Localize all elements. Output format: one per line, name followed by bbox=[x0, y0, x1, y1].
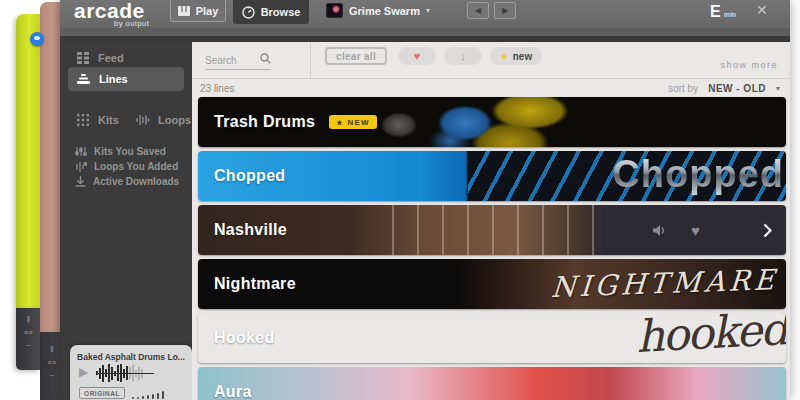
download-icon bbox=[75, 176, 86, 187]
background-strip-controls-green: ⫴ « » ~ bbox=[16, 308, 40, 370]
sidebar-item-label: Active Downloads bbox=[93, 176, 179, 187]
show-more-link[interactable]: show more bbox=[720, 60, 778, 70]
heart-icon: ♥ bbox=[414, 50, 421, 62]
mini-player: Baked Asphalt Drums Lo... ▶ ORIGINAL bbox=[70, 345, 192, 400]
stereo-width-icon: « » bbox=[47, 359, 55, 367]
preview-speaker-icon[interactable] bbox=[653, 224, 668, 237]
line-name: Aura bbox=[214, 383, 252, 400]
key-display: E min bbox=[710, 3, 736, 21]
search-field-wrap bbox=[205, 50, 271, 70]
feed-icon bbox=[77, 52, 89, 64]
search-icon bbox=[260, 53, 271, 64]
filter-new-button[interactable]: ★ new bbox=[490, 47, 542, 65]
stereo-width-icon: « » bbox=[24, 329, 32, 337]
preset-next-button[interactable]: ▶ bbox=[494, 2, 516, 19]
tab-play-label: Play bbox=[196, 5, 219, 17]
new-badge-label: NEW bbox=[348, 118, 370, 127]
key-mode: min bbox=[724, 11, 736, 18]
sidebar-item-kits[interactable]: Kits bbox=[77, 114, 119, 126]
faders-icon: ⫴ bbox=[50, 346, 52, 354]
tab-browse-label: Browse bbox=[261, 6, 301, 18]
sidebar-item-active-downloads[interactable]: Active Downloads bbox=[75, 176, 179, 187]
filter-divider bbox=[310, 42, 311, 78]
line-row-nashville[interactable]: Nashville ♥ bbox=[198, 205, 786, 255]
line-name: Chopped bbox=[214, 167, 285, 185]
sort-control[interactable]: sort by NEW - OLD ▾ bbox=[668, 83, 780, 94]
line-art-text: NIGHTMARE bbox=[549, 263, 779, 304]
intensity-steps[interactable] bbox=[132, 387, 186, 399]
saved-kits-icon bbox=[75, 146, 87, 157]
line-name: Nightmare bbox=[214, 275, 296, 293]
sidebar-item-label: Kits You Saved bbox=[94, 146, 166, 157]
key-note: E bbox=[710, 3, 721, 21]
new-badge: ★ NEW bbox=[329, 115, 377, 129]
arcade-window: arcade by output Play Browse Grime Swarm… bbox=[60, 0, 790, 400]
sidebar-item-loops[interactable]: Loops bbox=[136, 114, 191, 126]
line-row-nightmare[interactable]: Nightmare NIGHTMARE bbox=[198, 259, 786, 309]
lines-icon bbox=[77, 74, 90, 85]
original-mode-button[interactable]: ORIGINAL bbox=[79, 387, 125, 399]
play-button[interactable]: ▶ bbox=[79, 365, 88, 379]
sidebar-item-lines[interactable]: Lines bbox=[68, 67, 184, 91]
logo-subtext: by output bbox=[114, 19, 149, 28]
loops-waveform-icon bbox=[136, 114, 149, 126]
tab-browse[interactable]: Browse bbox=[233, 0, 309, 24]
preset-thumbnail bbox=[326, 3, 343, 18]
browse-sidebar: Feed Lines Kits Loops Kits You Saved Loo bbox=[60, 42, 192, 400]
filter-downloaded-button[interactable]: ↓ bbox=[444, 47, 482, 65]
star-icon: ★ bbox=[336, 119, 343, 127]
prev-icon: ◀ bbox=[475, 6, 481, 15]
favorite-heart-icon[interactable]: ♥ bbox=[691, 222, 700, 239]
next-icon: ▶ bbox=[502, 6, 508, 15]
line-name: Hooked bbox=[214, 329, 274, 347]
desktop-background: ⫴ « » ~ ⫴ « » ~ arcade by output Play Br bbox=[0, 0, 800, 400]
line-art-text: hooked bbox=[635, 313, 786, 362]
waveform[interactable] bbox=[96, 364, 184, 382]
sidebar-item-label: Loops bbox=[158, 114, 191, 126]
star-icon: ★ bbox=[500, 51, 509, 62]
wave-icon: ~ bbox=[26, 342, 30, 350]
browse-compass-icon bbox=[242, 6, 255, 19]
filter-favorites-button[interactable]: ♥ bbox=[398, 47, 436, 65]
content-divider bbox=[192, 78, 790, 79]
top-bar: arcade by output Play Browse Grime Swarm… bbox=[60, 0, 790, 28]
piano-icon bbox=[178, 6, 190, 16]
sidebar-item-label: Lines bbox=[99, 73, 128, 85]
line-name: Nashville bbox=[214, 221, 287, 239]
sort-by-label: sort by bbox=[668, 83, 698, 94]
arcade-logo: arcade by output bbox=[74, 1, 149, 28]
added-loops-icon bbox=[75, 161, 87, 172]
sidebar-item-loops-you-added[interactable]: Loops You Added bbox=[75, 161, 178, 172]
mini-player-title: Baked Asphalt Drums Lo... bbox=[70, 352, 192, 362]
sidebar-item-kits-you-saved[interactable]: Kits You Saved bbox=[75, 146, 166, 157]
faders-icon: ⫴ bbox=[27, 316, 29, 324]
sidebar-item-feed[interactable]: Feed bbox=[77, 52, 124, 64]
clear-all-button[interactable]: clear all bbox=[325, 47, 387, 65]
line-name: Trash Drums bbox=[214, 113, 315, 131]
line-row-chopped[interactable]: Chopped Chopped bbox=[198, 151, 786, 201]
close-icon[interactable]: ✕ bbox=[756, 3, 768, 17]
background-loop-strip-green bbox=[16, 14, 40, 308]
line-art-text: Chopped bbox=[612, 153, 784, 196]
kits-grid-icon bbox=[77, 114, 89, 126]
preset-name: Grime Swarm bbox=[349, 5, 420, 17]
filter-new-label: new bbox=[513, 51, 532, 62]
download-arrow-icon: ↓ bbox=[460, 50, 466, 62]
caret-down-icon: ▾ bbox=[776, 84, 780, 93]
caret-down-icon: ▾ bbox=[426, 6, 430, 15]
browse-content: clear all ♥ ↓ ★ new show more 23 lines s… bbox=[192, 42, 790, 400]
wave-icon: ~ bbox=[50, 372, 54, 380]
sidebar-item-label: Feed bbox=[98, 52, 124, 64]
tab-play[interactable]: Play bbox=[170, 0, 226, 22]
line-row-trash-drums[interactable]: Trash Drums ★ NEW bbox=[198, 97, 786, 147]
loop-marker-badge bbox=[30, 32, 44, 46]
preset-selector[interactable]: Grime Swarm ▾ bbox=[326, 3, 430, 18]
open-chevron-icon[interactable] bbox=[763, 223, 772, 238]
top-bar-lower-band bbox=[60, 28, 790, 36]
preset-prev-button[interactable]: ◀ bbox=[467, 2, 489, 19]
line-row-hooked[interactable]: Hooked hooked bbox=[198, 313, 786, 363]
sort-value: NEW - OLD bbox=[708, 83, 766, 94]
sidebar-item-label: Loops You Added bbox=[94, 161, 178, 172]
line-row-aura[interactable]: Aura bbox=[198, 367, 786, 400]
sidebar-item-label: Kits bbox=[98, 114, 119, 126]
